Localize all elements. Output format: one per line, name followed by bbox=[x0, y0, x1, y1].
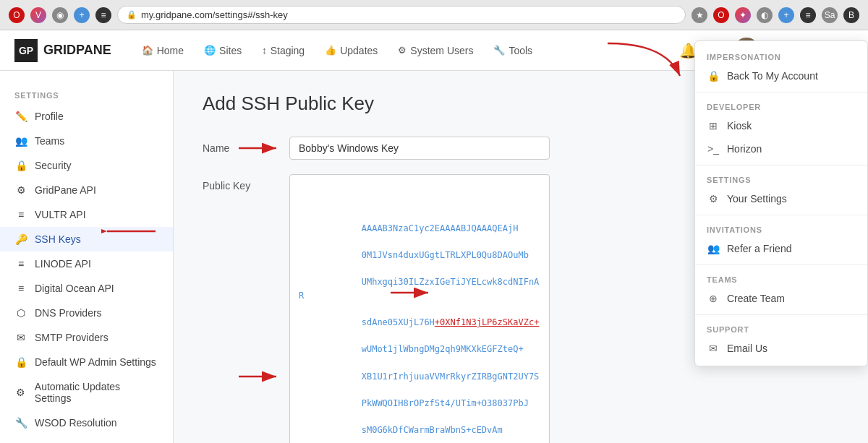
sidebar-item-vultr-api[interactable]: ≡ VULTR API bbox=[0, 202, 173, 227]
sidebar-item-gridpane-api-label: GridPane API bbox=[35, 184, 96, 196]
public-key-label: Public Key bbox=[203, 174, 289, 192]
menu-icon: ≡ bbox=[800, 7, 816, 23]
dropdown-back-account-label: Back To My Account bbox=[727, 70, 818, 82]
sidebar-item-default-wp-admin[interactable]: 🔒 Default WP Admin Settings bbox=[0, 350, 173, 374]
opera-icon: O bbox=[9, 7, 25, 23]
gridpane-api-icon: ⚙ bbox=[14, 184, 27, 196]
opera-icon-2: O bbox=[713, 7, 729, 23]
security-icon: 🔒 bbox=[14, 160, 27, 171]
public-key-textarea[interactable]: AAAAB3NzaC1yc2EAAAABJQAAAQEAjH 0M1JVsn4d… bbox=[289, 174, 550, 443]
user-dropdown: Impersonation 🔒 Back To My Account Devel… bbox=[694, 40, 868, 366]
public-key-arrow-indicator bbox=[239, 369, 282, 384]
logo-text: GRIDPANE bbox=[43, 43, 111, 58]
wp-admin-icon: 🔒 bbox=[14, 356, 27, 368]
profile-icon-browser-2: B bbox=[843, 7, 859, 23]
lock-icon: 🔒 bbox=[127, 10, 137, 20]
sidebar-item-smtp-providers[interactable]: ✉ SMTP Providers bbox=[0, 325, 173, 350]
nav-staging[interactable]: ↕ Staging bbox=[253, 39, 313, 62]
star-icon: ★ bbox=[692, 7, 707, 23]
nav-sites[interactable]: 🌐 Sites bbox=[195, 39, 250, 62]
sidebar-item-security-label: Security bbox=[35, 160, 72, 171]
vultr-icon: ≡ bbox=[14, 209, 27, 220]
nav-staging-label: Staging bbox=[271, 45, 305, 56]
sidebar-item-profile-label: Profile bbox=[35, 111, 64, 122]
dropdown-teams-label: Teams bbox=[695, 270, 867, 287]
sidebar-item-ssh-keys[interactable]: 🔑 SSH Keys bbox=[0, 227, 173, 251]
sidebar-item-profile[interactable]: ✏️ Profile bbox=[0, 104, 173, 129]
home-icon: 🏠 bbox=[142, 45, 153, 56]
dropdown-email-us[interactable]: ✉ Email Us bbox=[695, 337, 867, 360]
vivaldi-icon-2: ✦ bbox=[735, 7, 751, 23]
nav-tools-label: Tools bbox=[509, 45, 532, 56]
sidebar-item-gridpane-api[interactable]: ⚙ GridPane API bbox=[0, 178, 173, 202]
settings-gear-icon: ⚙ bbox=[707, 193, 720, 205]
highlighted-key-text: +0XNf1N3jLP6zSKaVZc+ bbox=[435, 317, 540, 327]
sidebar-item-security[interactable]: 🔒 Security bbox=[0, 153, 173, 178]
nav-home[interactable]: 🏠 Home bbox=[133, 39, 192, 62]
profile-icon: ✏️ bbox=[14, 111, 27, 122]
kiosk-icon: ⊞ bbox=[707, 120, 720, 132]
logo-icon: GP bbox=[14, 39, 38, 62]
staging-icon: ↕ bbox=[262, 45, 267, 56]
dropdown-your-settings[interactable]: ⚙ Your Settings bbox=[695, 187, 867, 210]
dropdown-kiosk-label: Kiosk bbox=[727, 120, 752, 132]
nav-sites-label: Sites bbox=[219, 45, 242, 56]
sidebar-item-vultr-label: VULTR API bbox=[35, 209, 86, 220]
ssh-keys-icon: 🔑 bbox=[14, 233, 27, 245]
vivaldi-icon: V bbox=[30, 7, 46, 23]
dropdown-back-to-account[interactable]: 🔒 Back To My Account bbox=[695, 64, 867, 87]
dropdown-divider-5 bbox=[695, 314, 867, 315]
sidebar-item-auto-updates[interactable]: ⚙ Automatic Updates Settings bbox=[0, 374, 173, 410]
system-users-icon: ⚙ bbox=[398, 45, 407, 56]
nav-system-users[interactable]: ⚙ System Users bbox=[389, 39, 482, 62]
sidebar-item-slack[interactable]: ⚙ Slack Notifications bbox=[0, 435, 173, 443]
nav-tools[interactable]: 🔧 Tools bbox=[485, 39, 541, 62]
name-field-container bbox=[289, 137, 550, 160]
profile-icon-browser: Sa bbox=[822, 7, 838, 23]
dropdown-kiosk[interactable]: ⊞ Kiosk bbox=[695, 114, 867, 137]
sidebar: SETTINGS ✏️ Profile 👥 Teams 🔒 Security ⚙… bbox=[0, 71, 174, 443]
sidebar-item-teams[interactable]: 👥 Teams bbox=[0, 129, 173, 153]
dropdown-email-us-label: Email Us bbox=[727, 343, 767, 354]
browser-icon-2: + bbox=[74, 7, 90, 23]
nav-system-users-label: System Users bbox=[410, 45, 473, 56]
sidebar-item-digital-ocean-label: Digital Ocean API bbox=[35, 283, 114, 294]
name-arrow-indicator bbox=[239, 141, 282, 155]
dropdown-create-team[interactable]: ⊕ Create Team bbox=[695, 287, 867, 310]
sidebar-section-label: SETTINGS bbox=[0, 85, 173, 104]
create-team-icon: ⊕ bbox=[707, 293, 720, 304]
nav-updates[interactable]: 👍 Updates bbox=[316, 39, 386, 62]
sidebar-item-wp-admin-label: Default WP Admin Settings bbox=[35, 356, 156, 368]
dropdown-divider-2 bbox=[695, 165, 867, 165]
linode-icon: ≡ bbox=[14, 258, 27, 270]
sidebar-item-linode-label: LINODE API bbox=[35, 258, 91, 270]
dropdown-horizon[interactable]: >_ Horizon bbox=[695, 137, 867, 160]
dropdown-refer-friend[interactable]: 👥 Refer a Friend bbox=[695, 237, 867, 260]
sidebar-item-digital-ocean[interactable]: ≡ Digital Ocean API bbox=[0, 276, 173, 301]
sidebar-item-wsod-label: WSOD Resolution bbox=[35, 417, 117, 429]
sidebar-item-dns-providers[interactable]: ⬡ DNS Providers bbox=[0, 301, 173, 325]
dropdown-divider-1 bbox=[695, 92, 867, 93]
smtp-icon: ✉ bbox=[14, 332, 27, 343]
browser-right-icons: ★ O ✦ ◐ + ≡ Sa B bbox=[692, 7, 859, 23]
dropdown-settings-section-label: Settings bbox=[695, 170, 867, 187]
dns-icon: ⬡ bbox=[14, 307, 27, 319]
sidebar-item-teams-label: Teams bbox=[35, 135, 64, 147]
nav-updates-label: Updates bbox=[340, 45, 378, 56]
dropdown-invitations-label: Invitations bbox=[695, 220, 867, 237]
sidebar-item-linode-api[interactable]: ≡ LINODE API bbox=[0, 251, 173, 276]
dropdown-divider-3 bbox=[695, 215, 867, 215]
logo[interactable]: GP GRIDPANE bbox=[14, 39, 111, 62]
dropdown-your-settings-label: Your Settings bbox=[727, 193, 787, 205]
dropdown-horizon-label: Horizon bbox=[727, 143, 762, 155]
ext-icon: + bbox=[778, 7, 794, 23]
dropdown-support-label: Support bbox=[695, 319, 867, 337]
name-input[interactable] bbox=[289, 137, 550, 160]
browser-controls: O V ◉ + ≡ bbox=[9, 7, 111, 23]
tools-icon: 🔧 bbox=[493, 45, 505, 56]
url-bar[interactable]: 🔒 my.gridpane.com/settings#/ssh-key bbox=[117, 6, 686, 24]
dropdown-create-team-label: Create Team bbox=[727, 293, 785, 304]
sidebar-item-wsod[interactable]: 🔧 WSOD Resolution bbox=[0, 410, 173, 435]
teams-icon: 👥 bbox=[14, 135, 27, 147]
moon-icon: ◐ bbox=[757, 7, 773, 23]
